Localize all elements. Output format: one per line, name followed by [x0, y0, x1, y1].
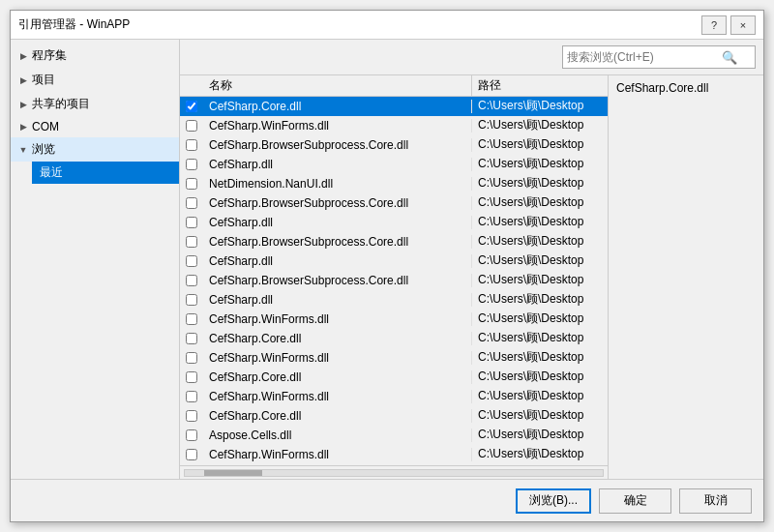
row-checkbox[interactable] [186, 449, 197, 460]
row-name: NetDimension.NanUI.dll [203, 177, 472, 191]
table-row[interactable]: CefSharp.dll C:\Users\顾\Desktop [180, 213, 608, 232]
table-row[interactable]: CefSharp.BrowserSubprocess.Core.dll C:\U… [180, 232, 608, 251]
help-button[interactable]: ? [701, 15, 727, 35]
row-name: CefSharp.BrowserSubprocess.Core.dll [203, 196, 472, 210]
row-path: C:\Users\顾\Desktop [472, 407, 608, 424]
right-panel: 🔍 名称 路径 CefSharp.Core.dll [180, 40, 763, 479]
sidebar-item-assemblies-label: 程序集 [32, 47, 67, 64]
row-checkbox[interactable] [186, 294, 197, 306]
info-item: CefSharp.Core.dll [616, 81, 756, 95]
row-name: CefSharp.Core.dll [203, 409, 472, 423]
projects-arrow: ▶ [18, 75, 28, 85]
row-checkbox-cell[interactable] [180, 217, 203, 228]
browse-arrow: ▼ [18, 145, 28, 155]
sidebar-item-com[interactable]: ▶ COM [11, 116, 179, 137]
row-path: C:\Users\顾\Desktop [472, 252, 608, 269]
row-checkbox[interactable] [186, 178, 197, 190]
row-path: C:\Users\顾\Desktop [472, 446, 608, 462]
h-scroll-track[interactable] [184, 469, 604, 477]
info-panel: CefSharp.Core.dll [609, 75, 763, 479]
sidebar-item-projects[interactable]: ▶ 项目 [11, 68, 179, 92]
row-checkbox[interactable] [186, 352, 197, 364]
row-checkbox-cell[interactable] [180, 429, 203, 441]
table-row[interactable]: CefSharp.BrowserSubprocess.Core.dll C:\U… [180, 193, 608, 213]
row-checkbox[interactable] [186, 236, 197, 248]
row-checkbox[interactable] [186, 159, 197, 170]
row-path: C:\Users\顾\Desktop [472, 233, 608, 250]
row-checkbox[interactable] [186, 255, 197, 267]
sidebar-item-recent-label: 最近 [40, 164, 63, 181]
table-row[interactable]: NetDimension.NanUI.dll C:\Users\顾\Deskto… [180, 174, 608, 193]
row-path: C:\Users\顾\Desktop [472, 272, 608, 288]
row-checkbox[interactable] [186, 101, 197, 112]
h-scroll-thumb[interactable] [204, 470, 262, 476]
table-row[interactable]: Aspose.Cells.dll C:\Users\顾\Desktop [180, 426, 608, 445]
row-checkbox-cell[interactable] [180, 197, 203, 209]
row-name: CefSharp.Core.dll [203, 100, 472, 113]
row-checkbox-cell[interactable] [180, 294, 203, 306]
table-row[interactable]: CefSharp.WinForms.dll C:\Users\顾\Desktop [180, 387, 608, 406]
table-row[interactable]: CefSharp.WinForms.dll C:\Users\顾\Desktop [180, 116, 608, 135]
table-row[interactable]: CefSharp.dll C:\Users\顾\Desktop [180, 155, 608, 174]
row-checkbox-cell[interactable] [180, 371, 203, 383]
row-checkbox-cell[interactable] [180, 159, 203, 170]
row-checkbox[interactable] [186, 120, 197, 132]
row-checkbox-cell[interactable] [180, 352, 203, 364]
table-row[interactable]: CefSharp.WinForms.dll C:\Users\顾\Desktop [180, 310, 608, 329]
row-path: C:\Users\顾\Desktop [472, 98, 608, 114]
row-checkbox-cell[interactable] [180, 236, 203, 248]
table-row[interactable]: CefSharp.BrowserSubprocess.Core.dll C:\U… [180, 271, 608, 290]
table-body: CefSharp.Core.dll C:\Users\顾\Desktop Cef… [180, 97, 608, 465]
row-name: CefSharp.dll [203, 254, 472, 268]
row-name: CefSharp.dll [203, 158, 472, 171]
row-checkbox[interactable] [186, 333, 197, 344]
row-checkbox[interactable] [186, 391, 197, 402]
sidebar-item-browse[interactable]: ▼ 浏览 [11, 137, 179, 162]
table-row[interactable]: CefSharp.Core.dll C:\Users\顾\Desktop [180, 406, 608, 426]
row-checkbox-cell[interactable] [180, 410, 203, 422]
table-row[interactable]: CefSharp.Core.dll C:\Users\顾\Desktop [180, 97, 608, 116]
row-checkbox[interactable] [186, 410, 197, 422]
close-button[interactable]: × [730, 15, 756, 35]
search-box[interactable]: 🔍 [562, 45, 756, 69]
sidebar-item-assemblies[interactable]: ▶ 程序集 [11, 44, 179, 68]
row-path: C:\Users\顾\Desktop [472, 291, 608, 308]
row-path: C:\Users\顾\Desktop [472, 349, 608, 366]
row-checkbox[interactable] [186, 313, 197, 325]
row-checkbox-cell[interactable] [180, 313, 203, 325]
table-row[interactable]: CefSharp.BrowserSubprocess.Core.dll C:\U… [180, 135, 608, 155]
table-row[interactable]: CefSharp.dll C:\Users\顾\Desktop [180, 251, 608, 271]
row-checkbox[interactable] [186, 217, 197, 228]
row-checkbox[interactable] [186, 197, 197, 209]
row-name: CefSharp.BrowserSubprocess.Core.dll [203, 235, 472, 249]
row-checkbox-cell[interactable] [180, 255, 203, 267]
table-row[interactable]: CefSharp.dll C:\Users\顾\Desktop [180, 290, 608, 310]
row-name: CefSharp.WinForms.dll [203, 119, 472, 133]
table-row[interactable]: CefSharp.Core.dll C:\Users\顾\Desktop [180, 368, 608, 387]
row-checkbox-cell[interactable] [180, 391, 203, 402]
row-checkbox-cell[interactable] [180, 275, 203, 286]
row-checkbox-cell[interactable] [180, 449, 203, 460]
row-checkbox[interactable] [186, 275, 197, 286]
row-checkbox-cell[interactable] [180, 101, 203, 112]
row-checkbox-cell[interactable] [180, 120, 203, 132]
row-checkbox-cell[interactable] [180, 178, 203, 190]
table-row[interactable]: CefSharp.WinForms.dll C:\Users\顾\Desktop [180, 445, 608, 464]
row-checkbox-cell[interactable] [180, 139, 203, 151]
browse-button[interactable]: 浏览(B)... [516, 488, 591, 514]
row-checkbox-cell[interactable] [180, 333, 203, 344]
cancel-button[interactable]: 取消 [679, 488, 752, 514]
sidebar-item-shared[interactable]: ▶ 共享的项目 [11, 92, 179, 116]
title-bar-left: 引用管理器 - WinAPP [18, 16, 130, 33]
sidebar-item-recent[interactable]: 最近 [32, 162, 179, 184]
ok-button[interactable]: 确定 [599, 488, 671, 514]
row-checkbox[interactable] [186, 371, 197, 383]
table-row[interactable]: CefSharp.Core.dll C:\Users\顾\Desktop [180, 329, 608, 348]
table-row[interactable]: CefSharp.WinForms.dll C:\Users\顾\Desktop [180, 348, 608, 368]
row-checkbox[interactable] [186, 139, 197, 151]
horizontal-scrollbar[interactable] [180, 465, 608, 479]
search-input[interactable] [567, 50, 722, 64]
row-checkbox[interactable] [186, 429, 197, 441]
row-path: C:\Users\顾\Desktop [472, 310, 608, 327]
row-name: Aspose.Cells.dll [203, 429, 472, 442]
